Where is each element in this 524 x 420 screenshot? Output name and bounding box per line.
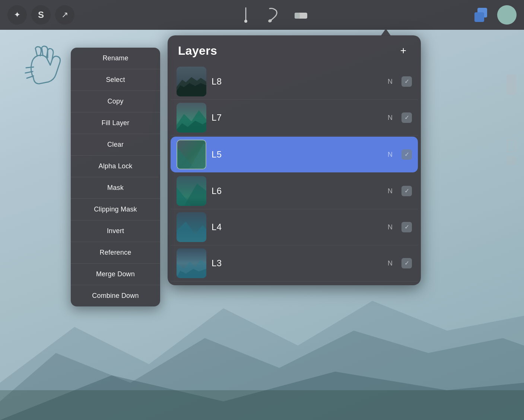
svg-point-5 xyxy=(244,20,247,23)
menu-item-clear[interactable]: Clear xyxy=(71,134,160,156)
magic-wand-button[interactable]: ✦ xyxy=(7,5,27,25)
layer-row-l3[interactable]: L3 N ✓ xyxy=(171,245,418,281)
svg-marker-17 xyxy=(188,144,206,169)
svg-marker-19 xyxy=(184,184,206,206)
menu-item-alpha-lock[interactable]: Alpha Lock xyxy=(71,156,160,177)
layers-panel-caret xyxy=(381,29,391,36)
layer-thumbnail-l6 xyxy=(177,176,206,206)
layer-checkbox-l6[interactable]: ✓ xyxy=(401,186,412,196)
layer-row-l4[interactable]: L4 N ✓ xyxy=(171,209,418,245)
stylize-button[interactable]: S xyxy=(31,5,51,25)
avatar[interactable] xyxy=(497,5,517,25)
brush-icon xyxy=(240,7,252,23)
menu-item-clipping-mask[interactable]: Clipping Mask xyxy=(71,199,160,220)
layer-thumbnail-l5 xyxy=(177,140,206,169)
menu-item-mask[interactable]: Mask xyxy=(71,177,160,199)
layer-thumbnail-l4 xyxy=(177,212,206,242)
layer-row-l7[interactable]: L7 N ✓ xyxy=(171,100,418,136)
layers-button[interactable] xyxy=(472,5,491,25)
smudge-button[interactable] xyxy=(265,7,282,23)
transform-icon: ↗ xyxy=(61,10,68,20)
checkmark-l4: ✓ xyxy=(404,224,409,230)
layer-mode-l6: N xyxy=(388,187,393,195)
checkmark-l7: ✓ xyxy=(404,115,409,121)
layer-row-l5[interactable]: L5 N ✓ xyxy=(171,137,418,172)
menu-item-reference[interactable]: Reference xyxy=(71,242,160,264)
layer-checkbox-l4[interactable]: ✓ xyxy=(401,222,412,232)
menu-item-rename[interactable]: Rename xyxy=(71,48,160,69)
layer-name-l6: L6 xyxy=(212,186,382,196)
svg-marker-20 xyxy=(177,222,206,242)
menu-item-combine-down[interactable]: Combine Down xyxy=(71,285,160,306)
svg-rect-8 xyxy=(295,13,300,19)
layer-mode-l3: N xyxy=(388,260,393,267)
layer-name-l8: L8 xyxy=(212,76,382,87)
layer-thumbnail-l7 xyxy=(177,103,206,133)
menu-item-merge-down[interactable]: Merge Down xyxy=(71,264,160,285)
layer-thumbnail-l3 xyxy=(177,248,206,278)
layer-mode-l4: N xyxy=(388,223,393,231)
checkmark-l5: ✓ xyxy=(404,152,409,158)
scrollbar-rect-bottom xyxy=(506,156,516,165)
scrollbar-thumb[interactable] xyxy=(506,74,516,95)
checkmark-l6: ✓ xyxy=(404,188,409,194)
checkmark-l3: ✓ xyxy=(404,260,409,266)
menu-item-fill-layer[interactable]: Fill Layer xyxy=(71,112,160,134)
layer-row-l6[interactable]: L6 N ✓ xyxy=(171,173,418,209)
layer-checkbox-l5[interactable]: ✓ xyxy=(401,149,412,160)
checkmark-l8: ✓ xyxy=(404,79,409,85)
layer-name-l4: L4 xyxy=(212,222,382,232)
layer-thumbnail-l8 xyxy=(177,67,206,96)
brush-button[interactable] xyxy=(238,7,254,23)
menu-item-select[interactable]: Select xyxy=(71,69,160,91)
stylize-icon: S xyxy=(38,10,44,20)
layer-row-l8[interactable]: L8 N ✓ xyxy=(171,64,418,100)
layers-icon xyxy=(474,8,489,22)
toolbar-center xyxy=(74,7,472,23)
layer-mode-l7: N xyxy=(388,114,393,122)
layer-name-l3: L3 xyxy=(212,258,382,268)
layer-name-l5: L5 xyxy=(212,149,382,160)
context-menu: Rename Select Copy Fill Layer Clear Alph… xyxy=(71,48,160,306)
svg-line-9 xyxy=(26,67,34,68)
layers-header: Layers + xyxy=(168,35,421,64)
smudge-icon xyxy=(267,7,280,23)
eraser-icon xyxy=(293,10,309,20)
scrollbar-track xyxy=(506,74,517,186)
toolbar-left: ✦ S ↗ xyxy=(7,5,74,25)
menu-item-invert[interactable]: Invert xyxy=(71,220,160,242)
layers-title: Layers xyxy=(178,44,217,58)
menu-item-copy[interactable]: Copy xyxy=(71,91,160,112)
layer-checkbox-l3[interactable]: ✓ xyxy=(401,258,412,268)
layers-add-button[interactable]: + xyxy=(396,44,410,58)
layer-name-l7: L7 xyxy=(212,112,382,123)
toolbar: ✦ S ↗ xyxy=(0,0,524,30)
magic-wand-icon: ✦ xyxy=(14,10,20,20)
layer-mode-l8: N xyxy=(388,78,393,86)
toolbar-right xyxy=(472,5,517,25)
layers-panel: Layers + L8 N ✓ L7 N ✓ xyxy=(168,35,421,285)
eraser-button[interactable] xyxy=(293,7,309,23)
svg-rect-3 xyxy=(0,390,524,420)
layer-checkbox-l7[interactable]: ✓ xyxy=(401,112,412,123)
hand-illustration xyxy=(22,45,67,91)
layer-checkbox-l8[interactable]: ✓ xyxy=(401,76,412,87)
transform-button[interactable]: ↗ xyxy=(55,5,74,25)
layer-mode-l5: N xyxy=(388,151,393,159)
scrollbar-rect-top xyxy=(506,140,516,152)
